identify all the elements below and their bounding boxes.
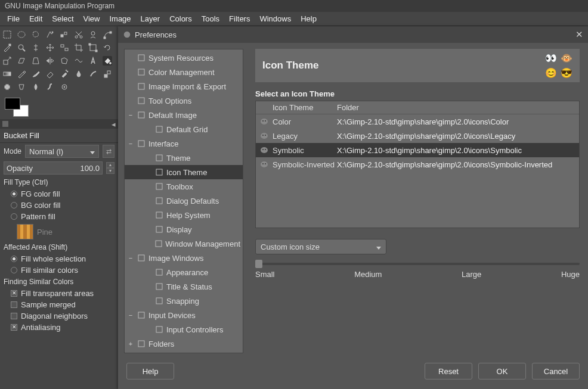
tree-expander-icon[interactable]: − (127, 140, 134, 147)
tree-expander-icon[interactable]: − (127, 254, 134, 262)
check-sample-merged[interactable] (11, 301, 17, 308)
tool-rect-select-icon[interactable] (2, 30, 12, 39)
tool-perspective-clone-icon[interactable] (17, 82, 26, 92)
menu-view[interactable]: View (79, 13, 105, 25)
tool-paths-icon[interactable] (103, 30, 112, 39)
tree-expander-icon[interactable]: − (127, 111, 134, 119)
menu-image[interactable]: Image (104, 13, 135, 25)
dialog-titlebar[interactable]: Preferences ✕ (118, 26, 588, 43)
tool-free-select-icon[interactable] (31, 30, 41, 39)
tree-item-theme[interactable]: Theme (125, 151, 243, 165)
tool-color-picker-icon[interactable] (2, 43, 12, 52)
tool-rotate-icon[interactable] (103, 43, 112, 52)
menu-colors[interactable]: Colors (165, 13, 197, 25)
ok-button[interactable]: OK (478, 363, 526, 379)
check-fill-transparent[interactable]: ✕ (11, 290, 17, 297)
tree-item-tool-options[interactable]: Tool Options (125, 94, 243, 108)
tool-scale-icon[interactable] (2, 56, 12, 66)
menu-tools[interactable]: Tools (197, 13, 224, 25)
theme-row-symbolic-inverted[interactable]: Symbolic-InvertedX:\Gimp-2.10-std\gimp\s… (256, 157, 579, 172)
tool-text-icon[interactable] (88, 56, 98, 66)
fg-bg-swatch[interactable] (5, 98, 29, 117)
tool-eraser-icon[interactable] (45, 69, 55, 79)
tool-smudge-icon[interactable] (45, 82, 55, 92)
slider-thumb[interactable] (255, 260, 262, 268)
tool-unified-transform-icon[interactable] (88, 43, 98, 52)
pattern-preview[interactable] (17, 224, 33, 239)
tool-scissors-icon[interactable] (74, 30, 83, 39)
dock-tabstrip[interactable]: ◂ (0, 119, 118, 129)
tool-shear-icon[interactable] (17, 56, 26, 66)
radio-bg-fill[interactable] (11, 202, 17, 208)
mode-switch-icon[interactable]: ⇄ (103, 145, 114, 158)
tree-item-dialog-defaults[interactable]: Dialog Defaults (125, 194, 243, 208)
tree-item-system-resources[interactable]: System Resources (125, 51, 243, 65)
tree-item-color-management[interactable]: Color Management (125, 65, 243, 79)
tree-item-interface[interactable]: −Interface (125, 136, 243, 151)
close-icon[interactable]: ✕ (575, 29, 583, 40)
opacity-spinner[interactable]: ▴▾ (106, 162, 114, 174)
tree-item-default-grid[interactable]: Default Grid (125, 122, 243, 136)
menu-windows[interactable]: Windows (255, 13, 296, 25)
tool-pencil-icon[interactable] (17, 69, 26, 79)
tool-ink-icon[interactable] (74, 69, 83, 79)
tree-item-window-management[interactable]: Window Management (125, 236, 243, 251)
mode-dropdown[interactable]: Normal (l) (25, 145, 99, 158)
radio-fill-whole[interactable] (11, 256, 17, 262)
tool-mypaint-icon[interactable] (88, 69, 98, 79)
theme-row-legacy[interactable]: LegacyX:\Gimp-2.10-std\gimp\share\gimp\2… (256, 129, 579, 143)
tool-measure-icon[interactable] (31, 43, 41, 52)
tool-dodge-icon[interactable] (60, 82, 69, 92)
tree-item-toolbox[interactable]: Toolbox (125, 179, 243, 194)
tool-airbrush-icon[interactable] (60, 69, 69, 79)
tool-color-select-icon[interactable] (60, 30, 69, 39)
radio-fill-similar[interactable] (11, 267, 17, 273)
tree-item-folders[interactable]: +Folders (125, 337, 243, 351)
tree-item-default-image[interactable]: −Default Image (125, 108, 243, 122)
menu-filters[interactable]: Filters (224, 13, 255, 25)
tree-expander-icon[interactable]: + (127, 340, 134, 347)
radio-fg-fill[interactable] (11, 191, 17, 197)
col-folder[interactable]: Folder (337, 103, 359, 112)
tool-heal-icon[interactable] (2, 82, 12, 92)
tool-gradient-icon[interactable] (2, 69, 12, 79)
tool-cage-icon[interactable] (60, 56, 69, 66)
cancel-button[interactable]: Cancel (532, 363, 580, 379)
tool-align-icon[interactable] (60, 43, 69, 52)
tree-item-snapping[interactable]: Snapping (125, 294, 243, 308)
tool-perspective-icon[interactable] (31, 56, 41, 66)
tool-flip-icon[interactable] (45, 56, 55, 66)
tool-blur-icon[interactable] (31, 82, 41, 92)
tab-menu-icon[interactable]: ◂ (112, 120, 116, 129)
tree-item-appearance[interactable]: Appearance (125, 265, 243, 279)
tree-item-title-status[interactable]: Title & Status (125, 279, 243, 294)
preferences-tree[interactable]: System ResourcesColor ManagementImage Im… (124, 49, 243, 353)
menu-file[interactable]: File (2, 13, 24, 25)
theme-row-symbolic[interactable]: SymbolicX:\Gimp-2.10-std\gimp\share\gimp… (256, 143, 579, 157)
tree-item-input-controllers[interactable]: Input Controllers (125, 322, 243, 337)
tree-item-image-windows[interactable]: −Image Windows (125, 251, 243, 265)
col-icon-theme[interactable]: Icon Theme (273, 103, 313, 112)
foreground-color[interactable] (5, 98, 20, 110)
radio-pattern-fill[interactable] (11, 213, 17, 220)
tree-expander-icon[interactable]: − (127, 312, 134, 319)
tool-clone-icon[interactable] (103, 69, 112, 79)
tool-move-icon[interactable] (45, 43, 55, 52)
help-button[interactable]: Help (126, 363, 174, 379)
tool-paintbrush-icon[interactable] (31, 69, 41, 79)
tool-foreground-select-icon[interactable] (88, 30, 98, 39)
menu-help[interactable]: Help (296, 13, 321, 25)
tool-warp-icon[interactable] (74, 56, 83, 66)
tool-fuzzy-select-icon[interactable] (45, 30, 55, 39)
tree-item-icon-theme[interactable]: Icon Theme (125, 165, 243, 179)
tree-item-input-devices[interactable]: −Input Devices (125, 308, 243, 322)
tree-item-image-import-export[interactable]: Image Import & Export (125, 79, 243, 94)
tool-ellipse-select-icon[interactable] (17, 30, 26, 39)
menu-edit[interactable]: Edit (24, 13, 47, 25)
reset-button[interactable]: Reset (425, 363, 472, 379)
tree-item-display[interactable]: Display (125, 222, 243, 236)
check-antialias[interactable]: ✕ (11, 324, 17, 331)
check-diagonal[interactable] (11, 313, 17, 319)
tool-crop-icon[interactable] (74, 43, 83, 52)
icon-size-slider[interactable] (255, 263, 580, 265)
